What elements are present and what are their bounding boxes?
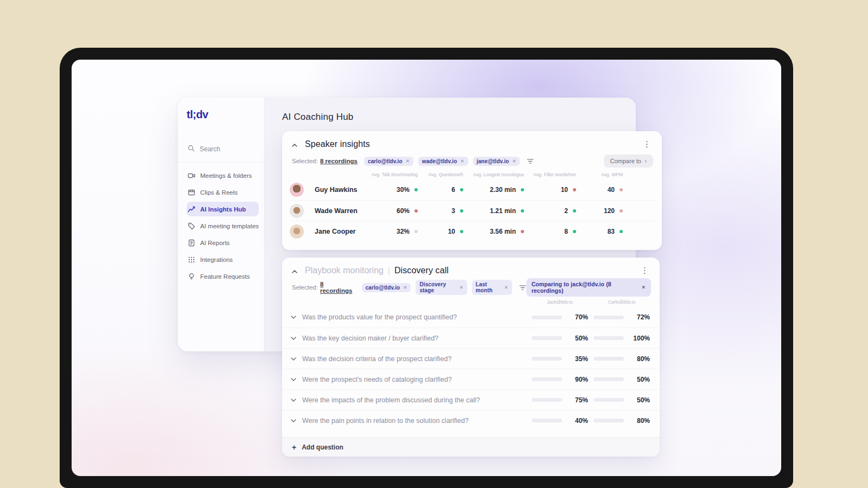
selected-count-link[interactable]: 8 recordings bbox=[320, 281, 355, 294]
question-row[interactable]: Were the prospect's needs of cataloging … bbox=[282, 369, 660, 389]
collapse-button[interactable] bbox=[292, 139, 297, 149]
progress-percent: 50% bbox=[624, 376, 650, 383]
filter-icon[interactable] bbox=[527, 158, 534, 164]
sidebar-item-meetings-folders[interactable]: Meetings & folders bbox=[187, 168, 259, 183]
progress-percent: 80% bbox=[624, 417, 650, 425]
close-icon[interactable]: ✕ bbox=[459, 285, 463, 290]
progress-track bbox=[593, 419, 624, 422]
speaker-card-title: Speaker insights bbox=[305, 139, 370, 149]
question-row[interactable]: Was the key decision maker / buyer clari… bbox=[282, 328, 660, 348]
close-icon[interactable]: ✕ bbox=[641, 285, 646, 290]
table-row-jane-cooper[interactable]: Jane Cooper32%103.56 min883 bbox=[290, 221, 654, 241]
sidebar-item-clips-reels[interactable]: Clips & Reels bbox=[187, 185, 259, 200]
metric-value: 10 bbox=[561, 186, 568, 194]
playbook-chips: carlo@tldv.io✕Discovery stage✕Last month… bbox=[362, 280, 517, 295]
page-title: AI Coaching Hub bbox=[282, 112, 354, 123]
speaker-name: Guy Hawkins bbox=[309, 186, 380, 194]
sidebar-item-ai-meeting-templates[interactable]: AI meeting templates bbox=[187, 219, 259, 233]
chevron-down-icon[interactable] bbox=[291, 337, 296, 340]
metric-value: 2 bbox=[564, 207, 568, 215]
progress-bar-group: 50% bbox=[593, 376, 650, 383]
filter-chip-carlo-tldv-io[interactable]: carlo@tldv.io✕ bbox=[362, 283, 411, 292]
column-header: Avg. WPM bbox=[576, 172, 623, 177]
column-header: Avg. Longest monologue bbox=[463, 172, 524, 177]
question-row[interactable]: Was the products value for the prospect … bbox=[282, 307, 660, 328]
chevron-down-icon[interactable] bbox=[291, 378, 296, 381]
metric-value: 10 bbox=[448, 228, 455, 235]
progress-track bbox=[593, 377, 624, 381]
more-options-button[interactable]: ⋮ bbox=[641, 139, 653, 149]
progress-percent: 100% bbox=[624, 335, 650, 342]
collapse-button[interactable] bbox=[292, 266, 297, 275]
chevron-down-icon[interactable] bbox=[291, 357, 296, 361]
comparison-column-header: Carlo@tldv.io bbox=[593, 299, 650, 305]
chip-label: jane@tldv.io bbox=[477, 158, 509, 164]
status-dot-pink bbox=[620, 188, 623, 191]
tag-icon bbox=[188, 222, 195, 230]
metric-value: 120 bbox=[604, 207, 615, 215]
avatar bbox=[290, 224, 304, 239]
status-dot-pink bbox=[620, 209, 623, 213]
playbook-card-header: Playbook monitoring | Discovery call ⋮ bbox=[282, 258, 660, 280]
question-text: Were the pain points in relation to the … bbox=[302, 417, 469, 425]
metric-value: 2.30 min bbox=[490, 186, 516, 194]
sidebar-item-ai-insights-hub[interactable]: AI Insights Hub bbox=[187, 202, 259, 216]
filter-chip-last-month[interactable]: Last month✕ bbox=[472, 280, 512, 295]
chip-label: carlo@tldv.io bbox=[366, 285, 400, 291]
close-icon[interactable]: ✕ bbox=[406, 158, 410, 164]
metric-cell: 2 bbox=[524, 207, 576, 215]
sidebar-item-label: Meetings & folders bbox=[200, 172, 252, 179]
close-icon[interactable]: ✕ bbox=[512, 158, 516, 164]
metric-value: 3.56 min bbox=[490, 228, 516, 235]
table-row-wade-warren[interactable]: Wade Warren60%31.21 min2120 bbox=[290, 200, 654, 221]
speaker-name: Jane Cooper bbox=[309, 228, 380, 235]
question-row[interactable]: Was the decision criteria of the prospec… bbox=[282, 348, 660, 369]
sidebar-item-feature-requests[interactable]: Feature Requests bbox=[187, 269, 259, 284]
selected-count-link[interactable]: 8 recordings bbox=[320, 158, 358, 164]
chevron-down-icon[interactable] bbox=[291, 399, 296, 402]
status-dot-green bbox=[620, 230, 623, 233]
filter-chip-jane-tldv-io[interactable]: jane@tldv.io✕ bbox=[473, 157, 520, 166]
question-row[interactable]: Were the pain points in relation to the … bbox=[282, 410, 660, 431]
add-question-button[interactable]: + Add question bbox=[282, 437, 660, 457]
speaker-table-header: Avg. Talk time/meetingAvg. Questions/hAv… bbox=[282, 168, 662, 179]
progress-track bbox=[532, 336, 562, 340]
close-icon[interactable]: ✕ bbox=[460, 158, 464, 164]
table-row-guy-hawkins[interactable]: Guy Hawkins30%62.30 min1040 bbox=[290, 179, 654, 200]
metric-value: 40 bbox=[608, 186, 615, 194]
close-icon[interactable]: ✕ bbox=[403, 285, 407, 290]
filter-chip-carlo-tldv-io[interactable]: carlo@tldv.io✕ bbox=[364, 157, 413, 166]
search-button[interactable]: Search bbox=[188, 145, 259, 153]
chevron-down-icon[interactable] bbox=[291, 316, 296, 319]
filter-chip-wade-tldv-io[interactable]: wade@tldv.io✕ bbox=[418, 157, 468, 166]
tldv-logo: tl;dv bbox=[187, 108, 259, 121]
chip-label: carlo@tldv.io bbox=[368, 158, 403, 164]
progress-bar-group: 50% bbox=[532, 335, 588, 342]
progress-bar-group: 75% bbox=[532, 396, 588, 404]
progress-bar-group: 70% bbox=[532, 313, 588, 321]
metric-value: 1.21 min bbox=[490, 207, 516, 215]
metric-cell: 60% bbox=[380, 207, 418, 215]
compare-to-button[interactable]: Compare to › bbox=[604, 155, 653, 168]
bulb-icon bbox=[188, 273, 195, 280]
sidebar-item-label: AI meeting templates bbox=[200, 223, 259, 229]
close-icon[interactable]: ✕ bbox=[505, 285, 508, 290]
metric-cell: 10 bbox=[418, 228, 463, 235]
progress-percent: 70% bbox=[562, 313, 588, 321]
filter-chip-discovery-stage[interactable]: Discovery stage✕ bbox=[416, 280, 467, 295]
metric-cell: 3 bbox=[418, 207, 463, 215]
chevron-right-icon: › bbox=[644, 157, 647, 165]
metric-cell: 6 bbox=[418, 186, 463, 194]
chip-label: Last month bbox=[476, 281, 501, 293]
sidebar-item-integrations[interactable]: Integrations bbox=[187, 252, 259, 267]
question-row[interactable]: Were the impacts of the problem discusse… bbox=[282, 389, 660, 410]
progress-bar-group: 40% bbox=[532, 417, 588, 425]
more-options-button[interactable]: ⋮ bbox=[639, 265, 651, 275]
progress-bar-group: 80% bbox=[593, 355, 650, 363]
filter-icon[interactable] bbox=[519, 285, 526, 291]
compare-to-label: Compare to bbox=[610, 158, 641, 164]
progress-bar-group: 80% bbox=[593, 417, 650, 425]
chevron-down-icon[interactable] bbox=[291, 419, 296, 422]
sidebar-item-ai-reports[interactable]: AI Reports bbox=[187, 235, 259, 250]
avatar bbox=[290, 183, 304, 197]
